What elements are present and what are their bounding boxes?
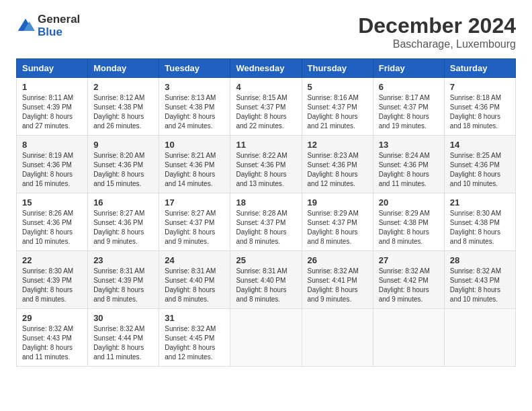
day-number: 6 — [379, 82, 439, 92]
day-info: Sunrise: 8:16 AMSunset: 4:37 PMDaylight:… — [308, 93, 367, 131]
calendar-table: SundayMondayTuesdayWednesdayThursdayFrid… — [16, 58, 516, 367]
day-info: Sunrise: 8:32 AMSunset: 4:42 PMDaylight:… — [379, 267, 439, 304]
col-header-friday: Friday — [373, 59, 444, 78]
calendar-cell: 19Sunrise: 8:29 AMSunset: 4:37 PMDayligh… — [302, 193, 373, 251]
day-info: Sunrise: 8:28 AMSunset: 4:37 PMDaylight:… — [236, 209, 296, 246]
day-number: 7 — [450, 82, 510, 92]
day-info: Sunrise: 8:13 AMSunset: 4:38 PMDaylight:… — [165, 93, 224, 131]
day-number: 15 — [22, 197, 82, 208]
calendar-cell: 26Sunrise: 8:32 AMSunset: 4:41 PMDayligh… — [302, 251, 373, 309]
day-info: Sunrise: 8:21 AMSunset: 4:36 PMDaylight:… — [165, 151, 224, 189]
day-info: Sunrise: 8:31 AMSunset: 4:40 PMDaylight:… — [236, 267, 296, 304]
day-number: 9 — [93, 140, 153, 150]
day-info: Sunrise: 8:29 AMSunset: 4:37 PMDaylight:… — [308, 209, 367, 246]
calendar-cell: 2Sunrise: 8:12 AMSunset: 4:38 PMDaylight… — [88, 78, 159, 136]
calendar-cell: 15Sunrise: 8:26 AMSunset: 4:36 PMDayligh… — [17, 193, 88, 251]
day-info: Sunrise: 8:32 AMSunset: 4:44 PMDaylight:… — [93, 324, 153, 362]
calendar-cell: 23Sunrise: 8:31 AMSunset: 4:39 PMDayligh… — [88, 251, 159, 309]
calendar-cell: 22Sunrise: 8:30 AMSunset: 4:39 PMDayligh… — [17, 251, 88, 309]
calendar-header-row: SundayMondayTuesdayWednesdayThursdayFrid… — [17, 59, 516, 78]
calendar-cell: 18Sunrise: 8:28 AMSunset: 4:37 PMDayligh… — [230, 193, 302, 251]
calendar-cell — [302, 309, 373, 367]
day-number: 5 — [308, 82, 367, 92]
day-info: Sunrise: 8:27 AMSunset: 4:37 PMDaylight:… — [165, 209, 224, 246]
day-number: 14 — [450, 140, 510, 150]
col-header-thursday: Thursday — [302, 59, 373, 78]
day-number: 27 — [379, 255, 439, 265]
calendar-cell: 27Sunrise: 8:32 AMSunset: 4:42 PMDayligh… — [373, 251, 444, 309]
calendar-cell: 28Sunrise: 8:32 AMSunset: 4:43 PMDayligh… — [444, 251, 515, 309]
calendar-cell: 17Sunrise: 8:27 AMSunset: 4:37 PMDayligh… — [159, 193, 230, 251]
calendar-cell: 31Sunrise: 8:32 AMSunset: 4:45 PMDayligh… — [159, 309, 230, 367]
day-info: Sunrise: 8:32 AMSunset: 4:43 PMDaylight:… — [450, 267, 510, 304]
calendar-cell: 8Sunrise: 8:19 AMSunset: 4:36 PMDaylight… — [17, 136, 88, 193]
calendar-cell: 10Sunrise: 8:21 AMSunset: 4:36 PMDayligh… — [159, 136, 230, 193]
day-number: 17 — [165, 197, 224, 208]
logo: General Blue — [16, 13, 80, 38]
day-info: Sunrise: 8:15 AMSunset: 4:37 PMDaylight:… — [236, 93, 296, 131]
day-info: Sunrise: 8:20 AMSunset: 4:36 PMDaylight:… — [93, 151, 153, 189]
day-number: 4 — [236, 82, 296, 92]
calendar-cell: 29Sunrise: 8:32 AMSunset: 4:43 PMDayligh… — [17, 309, 88, 367]
day-number: 28 — [450, 255, 510, 265]
calendar-cell: 1Sunrise: 8:11 AMSunset: 4:39 PMDaylight… — [17, 78, 88, 136]
calendar-cell: 20Sunrise: 8:29 AMSunset: 4:38 PMDayligh… — [373, 193, 444, 251]
day-info: Sunrise: 8:19 AMSunset: 4:36 PMDaylight:… — [22, 151, 82, 189]
calendar-cell: 3Sunrise: 8:13 AMSunset: 4:38 PMDaylight… — [159, 78, 230, 136]
calendar-cell: 4Sunrise: 8:15 AMSunset: 4:37 PMDaylight… — [230, 78, 302, 136]
day-number: 11 — [236, 140, 296, 150]
calendar-cell: 9Sunrise: 8:20 AMSunset: 4:36 PMDaylight… — [88, 136, 159, 193]
month-title: December 2024 — [358, 13, 516, 38]
calendar-week-row: 1Sunrise: 8:11 AMSunset: 4:39 PMDaylight… — [17, 78, 516, 136]
day-number: 19 — [308, 197, 367, 208]
header: General Blue December 2024 Bascharage, L… — [16, 13, 516, 50]
calendar-cell: 13Sunrise: 8:24 AMSunset: 4:36 PMDayligh… — [373, 136, 444, 193]
title-area: December 2024 Bascharage, Luxembourg — [358, 13, 516, 50]
day-info: Sunrise: 8:30 AMSunset: 4:39 PMDaylight:… — [22, 267, 82, 304]
day-number: 1 — [22, 82, 82, 92]
day-info: Sunrise: 8:32 AMSunset: 4:45 PMDaylight:… — [165, 324, 224, 362]
day-number: 12 — [308, 140, 367, 150]
calendar-cell: 25Sunrise: 8:31 AMSunset: 4:40 PMDayligh… — [230, 251, 302, 309]
calendar-week-row: 22Sunrise: 8:30 AMSunset: 4:39 PMDayligh… — [17, 251, 516, 309]
day-info: Sunrise: 8:18 AMSunset: 4:36 PMDaylight:… — [450, 93, 510, 131]
day-info: Sunrise: 8:32 AMSunset: 4:43 PMDaylight:… — [22, 324, 82, 362]
calendar-cell — [373, 309, 444, 367]
calendar-week-row: 15Sunrise: 8:26 AMSunset: 4:36 PMDayligh… — [17, 193, 516, 251]
col-header-wednesday: Wednesday — [230, 59, 302, 78]
day-number: 24 — [165, 255, 224, 265]
col-header-tuesday: Tuesday — [159, 59, 230, 78]
logo-general-text: General — [38, 13, 80, 26]
day-number: 16 — [93, 197, 153, 208]
logo-blue-text: Blue — [38, 26, 80, 39]
calendar-cell: 5Sunrise: 8:16 AMSunset: 4:37 PMDaylight… — [302, 78, 373, 136]
location-title: Bascharage, Luxembourg — [358, 38, 516, 50]
day-info: Sunrise: 8:29 AMSunset: 4:38 PMDaylight:… — [379, 209, 439, 246]
calendar-cell: 21Sunrise: 8:30 AMSunset: 4:38 PMDayligh… — [444, 193, 515, 251]
logo-icon — [16, 17, 35, 36]
col-header-saturday: Saturday — [444, 59, 515, 78]
day-number: 13 — [379, 140, 439, 150]
calendar-cell: 14Sunrise: 8:25 AMSunset: 4:36 PMDayligh… — [444, 136, 515, 193]
col-header-monday: Monday — [88, 59, 159, 78]
day-info: Sunrise: 8:26 AMSunset: 4:36 PMDaylight:… — [22, 209, 82, 246]
day-number: 30 — [93, 313, 153, 323]
day-info: Sunrise: 8:30 AMSunset: 4:38 PMDaylight:… — [450, 209, 510, 246]
day-number: 22 — [22, 255, 82, 265]
day-info: Sunrise: 8:22 AMSunset: 4:36 PMDaylight:… — [236, 151, 296, 189]
day-number: 21 — [450, 197, 510, 208]
calendar-cell: 7Sunrise: 8:18 AMSunset: 4:36 PMDaylight… — [444, 78, 515, 136]
day-info: Sunrise: 8:24 AMSunset: 4:36 PMDaylight:… — [379, 151, 439, 189]
day-info: Sunrise: 8:11 AMSunset: 4:39 PMDaylight:… — [22, 93, 82, 131]
day-number: 8 — [22, 140, 82, 150]
col-header-sunday: Sunday — [17, 59, 88, 78]
day-info: Sunrise: 8:23 AMSunset: 4:36 PMDaylight:… — [308, 151, 367, 189]
calendar-cell: 16Sunrise: 8:27 AMSunset: 4:36 PMDayligh… — [88, 193, 159, 251]
day-info: Sunrise: 8:27 AMSunset: 4:36 PMDaylight:… — [93, 209, 153, 246]
day-number: 31 — [165, 313, 224, 323]
calendar-cell — [230, 309, 302, 367]
day-info: Sunrise: 8:31 AMSunset: 4:39 PMDaylight:… — [93, 267, 153, 304]
day-info: Sunrise: 8:17 AMSunset: 4:37 PMDaylight:… — [379, 93, 439, 131]
day-number: 20 — [379, 197, 439, 208]
day-number: 25 — [236, 255, 296, 265]
